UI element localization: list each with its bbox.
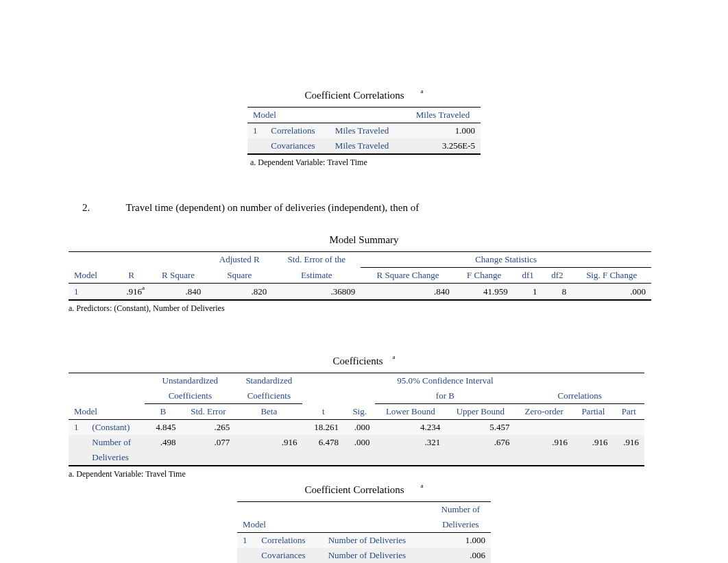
- cc1-table: Model Miles Traveled 1 Correlations Mile…: [247, 107, 481, 155]
- cc2-r2a: Covariances: [256, 548, 322, 563]
- cc1-h-var: Miles Traveled: [405, 108, 481, 123]
- coef-r1-se: .265: [181, 420, 235, 436]
- coef-r2-pt: .916: [614, 435, 644, 450]
- coef-h-part: Partial: [573, 404, 613, 420]
- coef-table: Unstandardized Standardized 95.0% Confid…: [69, 373, 644, 466]
- ms-rsq: .840: [150, 284, 206, 301]
- ms-h-r: R: [112, 268, 150, 284]
- cc1-r2b: Miles Traveled: [330, 138, 405, 154]
- cc2-title: Coefficient Correlations a: [0, 484, 728, 496]
- coef-title: Coefficients a: [0, 355, 728, 367]
- cc1-r1v: 1.000: [405, 123, 481, 139]
- coef-footnote: a. Dependent Variable: Travel Time: [69, 469, 728, 479]
- coef-h-lb: Lower Bound: [375, 404, 446, 420]
- coef-r1-t: 18.261: [302, 420, 344, 436]
- cc2-model-num: 1: [237, 533, 256, 549]
- coef-model: 1: [69, 420, 86, 436]
- coef-h-corr: Correlations: [515, 388, 644, 404]
- ms-h-rsq: R Square: [150, 268, 206, 284]
- cc2-title-sup: a: [420, 482, 423, 489]
- cc2-r2v: .006: [430, 548, 491, 563]
- coef-h-pt: Part: [614, 404, 644, 420]
- coef-h-ci1: 95.0% Confidence Interval: [375, 373, 515, 389]
- ms-df1: 1: [513, 284, 543, 301]
- ms-table: Adjusted R Std. Error of the Change Stat…: [69, 251, 651, 301]
- ms-h-adjr1: Adjusted R: [206, 252, 272, 268]
- cc2-h-model: Model: [237, 517, 430, 533]
- coef-r2-lb: .321: [375, 435, 446, 450]
- section-text: Travel time (dependent) on number of del…: [125, 202, 419, 213]
- cc2-r1v: 1.000: [430, 533, 491, 549]
- ms-h-se2: Estimate: [272, 268, 361, 284]
- coef-h-zo: Zero-order: [515, 404, 573, 420]
- coef-title-sup: a: [392, 353, 395, 360]
- coef-r2-lbl2: Deliveries: [86, 450, 145, 466]
- coef-r2-lbl1: Number of: [86, 435, 145, 450]
- coef-r1-ub: 5.457: [446, 420, 515, 436]
- coef-h-ci2: for B: [375, 388, 515, 404]
- coef-r2-ub: .676: [446, 435, 515, 450]
- ms-h-df2: df2: [543, 268, 572, 284]
- coef-r2-zo: .916: [515, 435, 573, 450]
- cc1-title-sup: a: [420, 88, 423, 95]
- ms-df2: 8: [543, 284, 572, 301]
- ms-h-rsqch: R Square Change: [361, 268, 454, 284]
- cc1-h-model: Model: [247, 108, 405, 123]
- coef-r1-sig: .000: [344, 420, 375, 436]
- cc2-title-text: Coefficient Correlations: [305, 484, 404, 495]
- ms-h-model: Model: [69, 268, 112, 284]
- coef-h-unstd2: Coefficients: [145, 388, 235, 404]
- coef-h-se: Std. Error: [181, 404, 235, 420]
- coef-r2-part: .916: [573, 435, 613, 450]
- coef-r2-se: .077: [181, 435, 235, 450]
- ms-h-sigf: Sig. F Change: [572, 268, 651, 284]
- ms-h-se1: Std. Error of the: [272, 252, 361, 268]
- coef-r1-lbl: (Constant): [86, 420, 145, 436]
- ms-se: .36809: [272, 284, 361, 301]
- coef-h-ub: Upper Bound: [446, 404, 515, 420]
- ms-footnote: a. Predictors: (Constant), Number of Del…: [69, 303, 728, 314]
- coef-h-unstd1: Unstandardized: [145, 373, 235, 389]
- coef-r1-lb: 4.234: [375, 420, 446, 436]
- ms-h-df1: df1: [513, 268, 543, 284]
- coef-h-beta: Beta: [235, 404, 302, 420]
- ms-model: 1: [69, 284, 112, 301]
- ms-h-fch: F Change: [455, 268, 513, 284]
- coef-r2-t: 6.478: [302, 435, 344, 450]
- cc2-h-var1: Number of: [430, 502, 491, 518]
- coef-title-text: Coefficients: [333, 355, 383, 366]
- coef-h-sig: Sig.: [344, 404, 375, 420]
- cc2-r1b: Number of Deliveries: [323, 533, 430, 549]
- cc2-r2b: Number of Deliveries: [323, 548, 430, 563]
- coef-h-std2: Coefficients: [235, 388, 302, 404]
- ms-h-change: Change Statistics: [361, 252, 651, 268]
- coef-r2-b: .498: [145, 435, 181, 450]
- section-number: 2.: [82, 202, 123, 214]
- cc1-model-num: 1: [247, 123, 265, 139]
- coef-r1-b: 4.845: [145, 420, 181, 436]
- ms-h-adjr2: Square: [206, 268, 272, 284]
- coef-r2-sig: .000: [344, 435, 375, 450]
- ms-sigf: .000: [572, 284, 651, 301]
- coef-r1-beta: [235, 420, 302, 436]
- ms-rsqch: .840: [361, 284, 454, 301]
- coef-h-b: B: [145, 404, 181, 420]
- coef-h-t: t: [302, 404, 344, 420]
- cc1-footnote: a. Dependent Variable: Travel Time: [250, 158, 728, 168]
- cc2-table: Number of Model Deliveries 1 Correlation…: [237, 501, 491, 563]
- ms-fch: 41.959: [455, 284, 513, 301]
- cc1-title: Coefficient Correlations a: [0, 89, 728, 101]
- cc1-r1b: Miles Traveled: [330, 123, 405, 139]
- ms-r: .916a: [112, 284, 150, 301]
- coef-r2-beta: .916: [235, 435, 302, 450]
- ms-title: Model Summary: [0, 234, 728, 246]
- section-line: 2. Travel time (dependent) on number of …: [82, 202, 728, 214]
- ms-adjr: .820: [206, 284, 272, 301]
- cc1-r2a: Covariances: [265, 138, 330, 154]
- coef-h-model: Model: [69, 404, 145, 420]
- cc1-r1a: Correlations: [265, 123, 330, 139]
- cc1-r2v: 3.256E-5: [405, 138, 481, 154]
- cc2-r1a: Correlations: [256, 533, 322, 549]
- cc2-h-var2: Deliveries: [430, 517, 491, 533]
- cc1-title-text: Coefficient Correlations: [305, 90, 404, 101]
